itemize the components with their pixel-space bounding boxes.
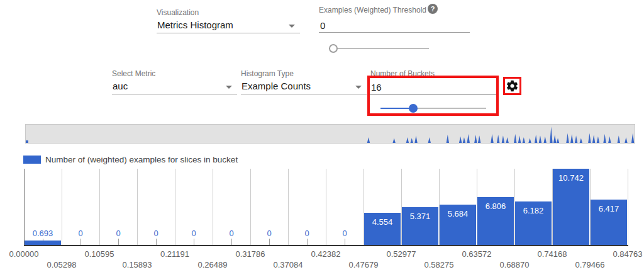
metrics-histogram-chart: 0.693000000004.5545.3715.6846.8066.18210…: [0, 0, 644, 272]
x-axis-tick-label: 0.42382: [304, 249, 348, 259]
x-axis-tick-label: 0.68870: [492, 260, 536, 269]
x-axis-tick-label: 0.74168: [530, 249, 574, 259]
x-axis-tick-label: 0.00000: [2, 249, 46, 259]
x-axis-line: [24, 245, 628, 246]
bar-value-label: 5.684: [439, 209, 477, 218]
bar-value-label: 0: [175, 229, 213, 238]
bar-value-label: 0: [213, 229, 250, 238]
bar-value-label: 0: [288, 229, 326, 238]
x-axis-tick-label: 0.10595: [77, 249, 121, 259]
x-axis-tick-label: 0.58275: [417, 260, 461, 269]
bar-value-label: 0: [250, 229, 288, 238]
x-axis-tick-label: 0.63572: [455, 249, 499, 259]
bar-value-label: 5.371: [401, 212, 439, 221]
x-axis-tick-label: 0.15893: [115, 260, 159, 269]
x-axis-tick-label: 0.05298: [40, 260, 84, 269]
x-axis-tick-label: 0.52977: [379, 249, 423, 259]
bar-value-label: 0.693: [24, 229, 62, 238]
bar-value-label: 10.742: [552, 173, 590, 183]
x-axis-tick-label: 0.26489: [191, 260, 235, 269]
bar-value-label: 4.554: [364, 217, 401, 227]
x-axis-tick-label: 0.84763: [606, 249, 644, 259]
x-axis-tick-label: 0.47679: [341, 260, 386, 269]
bar-value-label: 0: [137, 229, 175, 238]
gridline: [628, 169, 628, 246]
bar-value-label: 0: [326, 229, 364, 238]
value-leader-line: [43, 239, 43, 241]
x-axis-tick-label: 0.37084: [266, 260, 310, 269]
bar-value-label: 6.182: [514, 206, 552, 215]
bar-value-label: 6.417: [590, 204, 628, 213]
bar-value-label: 0: [62, 229, 99, 238]
x-axis-tick-label: 0.31786: [228, 249, 272, 259]
metrics-histogram-page: { "controls": { "visualization": { "labe…: [0, 0, 644, 272]
bar-value-label: 0: [99, 229, 137, 238]
bar-value-label: 6.806: [477, 201, 514, 211]
x-axis-tick-label: 0.79466: [568, 260, 612, 269]
x-axis-tick-label: 0.21191: [153, 249, 197, 259]
